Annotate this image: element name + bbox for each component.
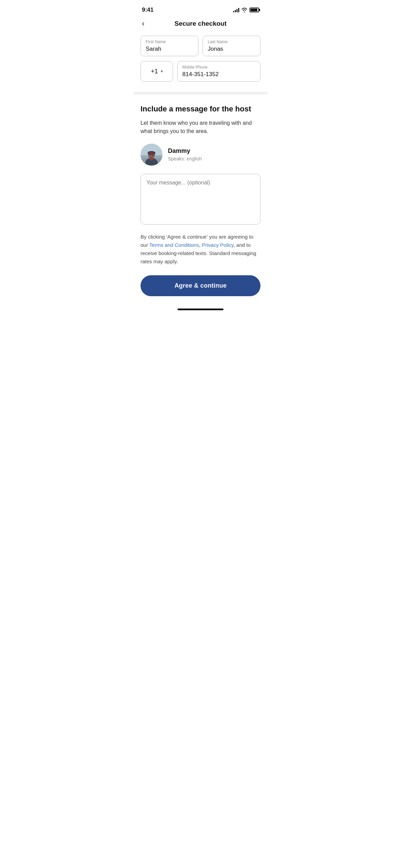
last-name-label: Last Name (208, 39, 255, 44)
mobile-phone-value: 814-351-1352 (182, 71, 255, 78)
home-bar (178, 309, 223, 310)
host-profile: Dammy Speaks: english (141, 144, 260, 166)
header-title: Secure checkout (174, 20, 227, 27)
header: ‹ Secure checkout (134, 17, 267, 32)
section-description: Let them know who you are traveling with… (141, 119, 260, 135)
form-section: First Name Sarah Last Name Jonas +1 ▾ Mo… (134, 32, 267, 92)
status-bar: 9:41 (134, 0, 267, 17)
first-name-label: First Name (146, 39, 193, 44)
section-divider (134, 92, 267, 95)
host-avatar (141, 144, 162, 166)
privacy-link[interactable]: Privacy Policy (202, 242, 233, 248)
last-name-field[interactable]: Last Name Jonas (203, 36, 260, 56)
svg-point-10 (153, 155, 154, 156)
legal-text: By clicking 'Agree & continue' you are a… (141, 233, 260, 266)
section-title: Include a message for the host (141, 104, 260, 114)
first-name-value: Sarah (146, 46, 193, 52)
host-language: Speaks: english (168, 156, 202, 161)
chevron-down-icon: ▾ (161, 69, 163, 74)
host-info: Dammy Speaks: english (168, 147, 202, 161)
wifi-icon (241, 8, 247, 12)
status-icons (233, 8, 259, 12)
country-code-button[interactable]: +1 ▾ (141, 61, 173, 82)
message-input-wrapper[interactable] (141, 174, 260, 225)
status-time: 9:41 (142, 7, 154, 13)
svg-rect-8 (149, 153, 154, 154)
last-name-value: Jonas (208, 46, 255, 52)
first-name-field[interactable]: First Name Sarah (141, 36, 198, 56)
agree-continue-button[interactable]: Agree & continue (141, 275, 260, 296)
terms-link[interactable]: Terms and Conditions (149, 242, 199, 248)
mobile-phone-label: Mobile Phone (182, 65, 255, 70)
legal-separator: , (199, 242, 202, 248)
home-indicator (134, 303, 267, 313)
host-name: Dammy (168, 147, 202, 155)
avatar-image (141, 144, 162, 166)
cta-label: Agree & continue (174, 282, 227, 289)
svg-point-9 (150, 155, 151, 156)
back-button[interactable]: ‹ (141, 18, 146, 29)
mobile-phone-field[interactable]: Mobile Phone 814-351-1352 (177, 61, 260, 82)
message-section: Include a message for the host Let them … (134, 95, 267, 303)
name-row: First Name Sarah Last Name Jonas (141, 36, 260, 56)
country-code-value: +1 (151, 68, 158, 75)
svg-rect-4 (149, 159, 154, 160)
phone-row: +1 ▾ Mobile Phone 814-351-1352 (141, 61, 260, 82)
message-input[interactable] (146, 180, 255, 217)
battery-icon (250, 8, 259, 12)
signal-icon (233, 8, 239, 12)
